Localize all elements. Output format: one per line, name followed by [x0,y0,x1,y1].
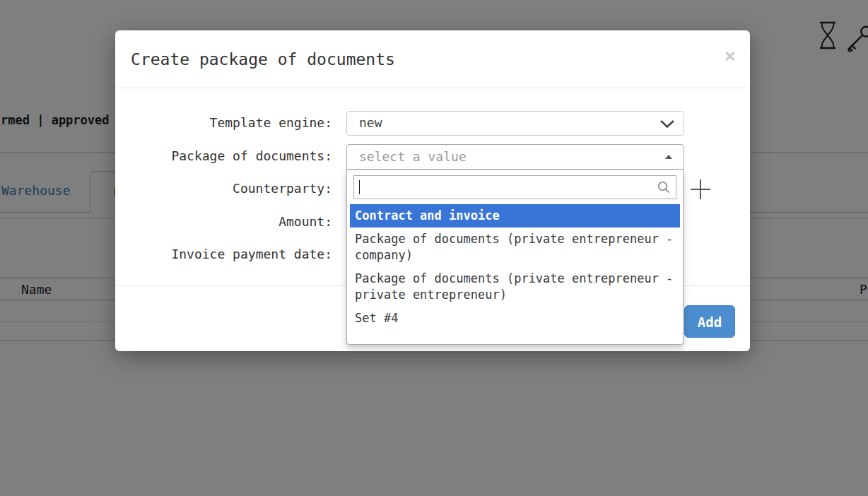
dropdown-search-input[interactable] [353,175,676,199]
add-button[interactable]: Add [684,305,735,338]
dropdown-option-set-4[interactable]: Set #4 [350,307,680,330]
dropdown-search [353,175,676,199]
add-counterparty-button[interactable] [689,178,712,201]
package-select-placeholder: select a value [359,149,467,164]
label-package-of-documents: Package of documents: [115,148,332,164]
chevron-up-icon [665,155,672,159]
dropdown-option-package-pe-company[interactable]: Package of documents (private entreprene… [350,228,680,267]
close-icon[interactable]: × [725,46,736,65]
modal-header: Create package of documents × [115,30,750,88]
chevron-down-icon [659,119,675,129]
create-package-modal: Create package of documents × Template e… [115,30,750,351]
plus-icon [689,178,712,201]
label-amount: Amount: [115,214,332,230]
package-dropdown-panel: Contract and invoice Package of document… [346,170,684,345]
label-template-engine: Template engine: [115,115,332,131]
modal-title: Create package of documents [131,50,395,69]
magnifier-icon [657,180,671,194]
package-of-documents-select[interactable]: select a value [346,144,684,170]
label-counterparty: Counterparty: [115,181,332,196]
template-engine-select[interactable]: new [346,111,684,136]
dropdown-option-package-pe-pe[interactable]: Package of documents (private entreprene… [350,267,680,307]
label-invoice-payment-date: Invoice payment date: [115,247,332,262]
dropdown-options-list: Contract and invoice Package of document… [347,204,683,330]
text-caret [359,180,360,194]
dropdown-option-contract-and-invoice[interactable]: Contract and invoice [350,204,680,228]
template-engine-value: new [359,115,382,130]
